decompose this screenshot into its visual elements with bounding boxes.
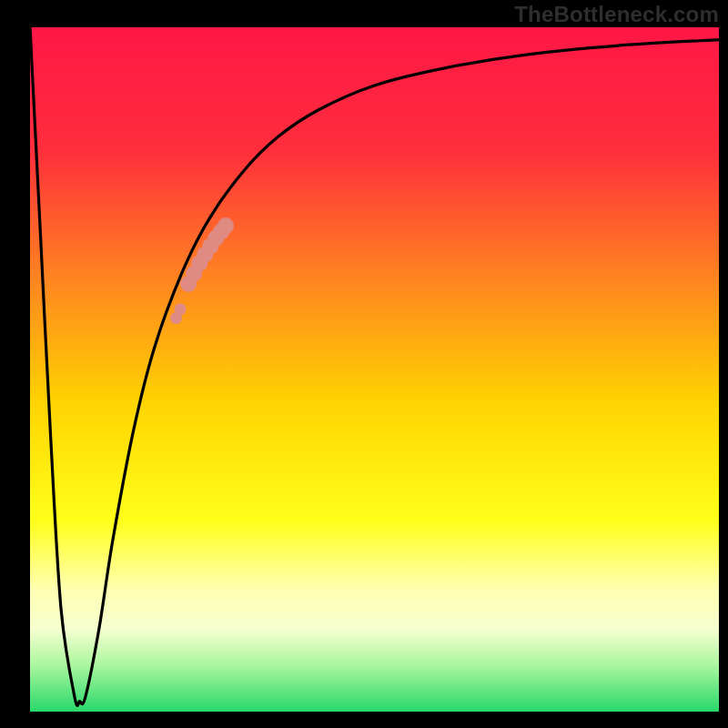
bottleneck-chart: [0, 0, 728, 728]
watermark-text: TheBottleneck.com: [514, 2, 719, 27]
highlight-dot: [217, 217, 234, 234]
highlight-dot: [175, 303, 187, 315]
chart-frame: TheBottleneck.com: [0, 0, 728, 728]
plot-area: [30, 27, 719, 712]
